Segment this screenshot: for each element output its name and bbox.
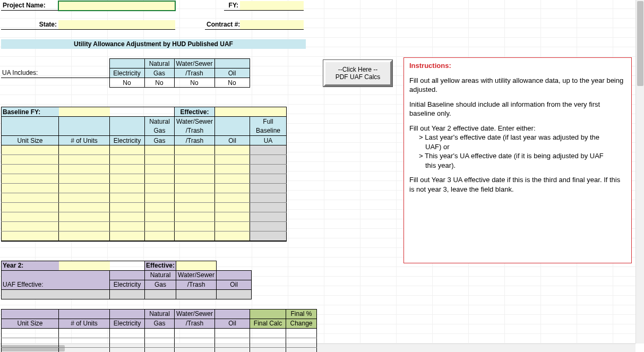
data-cell[interactable] (59, 145, 110, 155)
data-cell[interactable] (175, 184, 215, 193)
data-cell[interactable] (145, 222, 175, 231)
data-cell[interactable] (59, 155, 110, 165)
data-cell[interactable] (110, 203, 145, 212)
data-cell[interactable] (250, 193, 287, 203)
data-cell[interactable] (286, 338, 317, 347)
project-name-input[interactable] (58, 1, 175, 11)
data-cell[interactable] (286, 347, 317, 352)
ua-val-oil[interactable]: No (214, 78, 250, 88)
data-cell[interactable] (250, 184, 287, 193)
data-cell[interactable] (110, 165, 145, 174)
data-cell[interactable] (110, 193, 145, 203)
data-cell[interactable] (59, 184, 110, 193)
data-cell[interactable] (215, 231, 250, 241)
data-cell[interactable] (110, 184, 145, 193)
data-cell[interactable] (110, 347, 145, 352)
data-cell[interactable] (250, 222, 287, 231)
uaf-val-gas[interactable] (145, 289, 176, 299)
ua-val-natural-gas[interactable]: No (144, 78, 174, 88)
data-cell[interactable] (59, 328, 110, 338)
data-cell[interactable] (2, 222, 59, 231)
year2-value[interactable] (59, 261, 110, 270)
data-cell[interactable] (145, 338, 175, 347)
data-cell[interactable] (2, 174, 59, 184)
data-cell[interactable] (59, 174, 110, 184)
data-cell[interactable] (286, 328, 317, 338)
data-cell[interactable] (215, 212, 250, 222)
data-cell[interactable] (2, 203, 59, 212)
baseline-fy-input[interactable] (59, 107, 110, 117)
fy-input[interactable] (240, 1, 304, 11)
data-cell[interactable] (2, 184, 59, 193)
data-cell[interactable] (2, 338, 59, 347)
data-cell[interactable] (145, 203, 175, 212)
uaf-effective-input[interactable] (2, 289, 110, 299)
data-cell[interactable] (2, 145, 59, 155)
data-cell[interactable] (110, 231, 145, 241)
data-cell[interactable] (250, 338, 286, 347)
data-cell[interactable] (215, 328, 250, 338)
data-cell[interactable] (2, 212, 59, 222)
state-input[interactable] (58, 20, 175, 30)
ua-val-water[interactable]: No (174, 78, 214, 88)
year2-effective-input[interactable] (176, 261, 217, 270)
data-cell[interactable] (250, 328, 286, 338)
data-cell[interactable] (175, 212, 215, 222)
contract-input[interactable] (240, 20, 304, 30)
data-cell[interactable] (145, 165, 175, 174)
data-cell[interactable] (175, 222, 215, 231)
data-cell[interactable] (215, 203, 250, 212)
data-cell[interactable] (215, 338, 250, 347)
data-cell[interactable] (175, 165, 215, 174)
data-cell[interactable] (175, 155, 215, 165)
data-cell[interactable] (110, 155, 145, 165)
data-cell[interactable] (215, 165, 250, 174)
data-cell[interactable] (59, 222, 110, 231)
data-cell[interactable] (215, 193, 250, 203)
data-cell[interactable] (250, 231, 287, 241)
data-cell[interactable] (2, 165, 59, 174)
ua-val-electricity[interactable]: No (109, 78, 144, 88)
data-cell[interactable] (250, 347, 286, 352)
data-cell[interactable] (250, 155, 287, 165)
data-cell[interactable] (215, 347, 250, 352)
uaf-val-oil[interactable] (217, 289, 252, 299)
data-cell[interactable] (110, 174, 145, 184)
data-cell[interactable] (59, 203, 110, 212)
data-cell[interactable] (175, 145, 215, 155)
data-cell[interactable] (215, 145, 250, 155)
data-cell[interactable] (215, 155, 250, 165)
data-cell[interactable] (250, 212, 287, 222)
data-cell[interactable] (145, 155, 175, 165)
data-cell[interactable] (215, 184, 250, 193)
data-cell[interactable] (110, 212, 145, 222)
data-cell[interactable] (215, 222, 250, 231)
data-cell[interactable] (250, 203, 287, 212)
data-cell[interactable] (250, 145, 287, 155)
data-cell[interactable] (145, 347, 175, 352)
data-cell[interactable] (59, 231, 110, 241)
data-cell[interactable] (250, 174, 287, 184)
data-cell[interactable] (145, 212, 175, 222)
uaf-val-water[interactable] (176, 289, 217, 299)
data-cell[interactable] (175, 174, 215, 184)
data-cell[interactable] (145, 231, 175, 241)
data-cell[interactable] (175, 328, 215, 338)
data-cell[interactable] (59, 193, 110, 203)
data-cell[interactable] (2, 231, 59, 241)
data-cell[interactable] (59, 165, 110, 174)
data-cell[interactable] (175, 338, 215, 347)
data-cell[interactable] (250, 165, 287, 174)
data-cell[interactable] (175, 231, 215, 241)
data-cell[interactable] (215, 174, 250, 184)
data-cell[interactable] (145, 328, 175, 338)
data-cell[interactable] (145, 193, 175, 203)
data-cell[interactable] (59, 212, 110, 222)
data-cell[interactable] (59, 347, 110, 352)
data-cell[interactable] (110, 222, 145, 231)
data-cell[interactable] (175, 193, 215, 203)
data-cell[interactable] (175, 203, 215, 212)
data-cell[interactable] (2, 193, 59, 203)
data-cell[interactable] (2, 347, 59, 352)
data-cell[interactable] (2, 328, 59, 338)
